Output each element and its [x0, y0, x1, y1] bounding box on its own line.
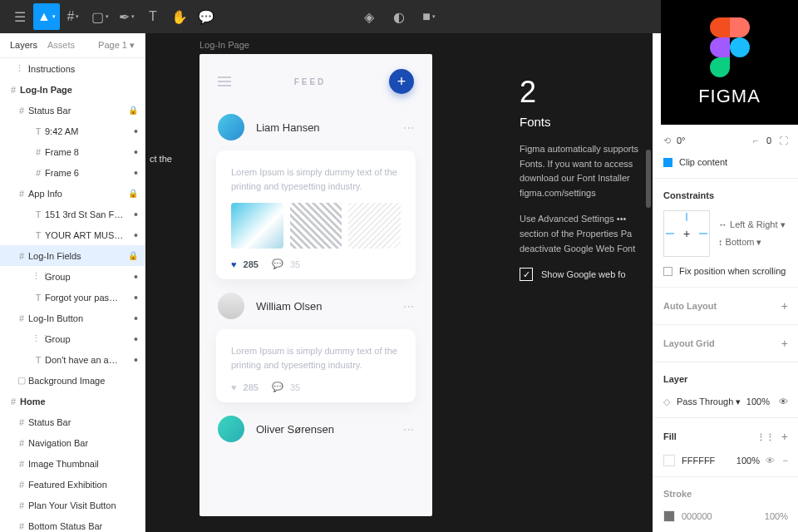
more-icon[interactable]: ⋮: [402, 122, 416, 133]
layer-row[interactable]: #Frame 6•: [0, 162, 145, 183]
constraint-y-select[interactable]: ↕ Bottom ▾: [718, 234, 798, 251]
fill-hex[interactable]: FFFFFF: [682, 456, 715, 466]
clip-content-row[interactable]: Clip content: [653, 151, 798, 173]
visibility-dot[interactable]: •: [134, 146, 138, 158]
expand-icon[interactable]: ⛶: [771, 135, 788, 145]
lock-icon[interactable]: 🔒: [128, 106, 138, 115]
layer-row[interactable]: #Status Bar🔒: [0, 100, 145, 121]
visibility-dot[interactable]: •: [134, 271, 138, 283]
layer-row[interactable]: #Home: [0, 391, 145, 411]
layer-row[interactable]: #Status Bar: [0, 411, 145, 432]
layer-row[interactable]: #Navigation Bar: [0, 432, 145, 453]
thumbnail[interactable]: [231, 203, 283, 249]
lock-icon[interactable]: 🔒: [128, 189, 138, 198]
stroke-hex[interactable]: 000000: [682, 511, 712, 521]
clip-content-label: Clip content: [679, 157, 727, 167]
fix-position-row[interactable]: Fix position when scrolling: [653, 260, 798, 282]
visibility-dot[interactable]: •: [134, 229, 138, 241]
visibility-dot[interactable]: •: [134, 167, 138, 179]
text-tool[interactable]: T: [140, 3, 166, 30]
post-author-row[interactable]: Oliver Sørensen ⋮: [200, 407, 432, 451]
layer-row[interactable]: ⋮⋮Group•: [0, 266, 145, 287]
layout-grid-header[interactable]: Layout Grid+: [653, 330, 798, 357]
style-icon[interactable]: ⋮⋮: [756, 432, 775, 442]
opacity-value[interactable]: 100%: [746, 397, 770, 406]
component-icon[interactable]: ◈: [356, 3, 382, 30]
thumbnail[interactable]: [290, 203, 342, 249]
eye-icon[interactable]: 👁: [770, 397, 788, 406]
feed-card[interactable]: Lorem Ipsum is simply dummy text of the …: [216, 150, 416, 279]
frame-label[interactable]: Log-In Page: [200, 40, 249, 50]
more-icon[interactable]: ⋮: [402, 424, 416, 435]
visibility-dot[interactable]: •: [134, 126, 138, 137]
eye-icon[interactable]: 👁: [760, 456, 775, 466]
feed-card[interactable]: Lorem Ipsum is simply dummy text of the …: [216, 329, 416, 402]
scrollbar[interactable]: [646, 150, 651, 208]
layer-row[interactable]: #Frame 8•: [0, 141, 145, 162]
menu-icon[interactable]: ☰: [7, 3, 33, 30]
shape-tool[interactable]: ▢▾: [86, 3, 113, 30]
assets-tab[interactable]: Assets: [47, 40, 75, 51]
phone-frame[interactable]: FEED + Liam Hansen ⋮ Lorem Ipsum is simp…: [200, 54, 432, 516]
layer-row[interactable]: #Log-In Fields🔒: [0, 245, 145, 266]
comment-icon[interactable]: 💬: [272, 259, 283, 269]
visibility-dot[interactable]: •: [134, 209, 138, 220]
visibility-dot[interactable]: •: [134, 313, 138, 324]
constraint-x-select[interactable]: ↔ Left & Right ▾: [718, 216, 798, 234]
auto-layout-header[interactable]: Auto Layout+: [653, 293, 798, 319]
visibility-dot[interactable]: •: [134, 354, 138, 366]
layer-type-icon: ⋮⋮: [15, 63, 28, 74]
frame-tool[interactable]: #▾: [60, 3, 86, 30]
pen-tool[interactable]: ✒▾: [113, 3, 140, 30]
move-tool[interactable]: ▲▾: [33, 3, 60, 30]
post-author-row[interactable]: Liam Hansen ⋮: [200, 106, 432, 149]
layer-row[interactable]: TForgot your pas…•: [0, 287, 145, 308]
hamburger-icon[interactable]: [218, 76, 231, 86]
comment-icon[interactable]: 💬: [272, 382, 283, 392]
layer-row[interactable]: T9:42 AM•: [0, 121, 145, 141]
stroke-header: Stroke: [653, 482, 798, 505]
canvas[interactable]: Log-In Page ct the FEED + Liam Hansen ⋮ …: [145, 33, 653, 532]
mask-icon[interactable]: ◐: [386, 3, 412, 30]
page-selector[interactable]: Page 1 ▾: [98, 40, 135, 51]
layer-row[interactable]: #Featured Exhibition: [0, 474, 145, 495]
layer-row[interactable]: ⋮⋮Group•: [0, 328, 145, 349]
rotation-value[interactable]: 0°: [677, 135, 686, 145]
plus-icon[interactable]: +: [781, 337, 788, 350]
visibility-dot[interactable]: •: [134, 292, 138, 303]
layer-row[interactable]: #Log-In Button•: [0, 308, 145, 328]
layer-row[interactable]: ⋮⋮Instructions: [0, 58, 145, 79]
layer-row[interactable]: #App Info🔒: [0, 183, 145, 204]
fill-opacity[interactable]: 100%: [736, 456, 760, 466]
constraints-widget[interactable]: +: [663, 210, 710, 257]
visibility-dot[interactable]: •: [134, 333, 138, 345]
add-button[interactable]: +: [389, 69, 414, 94]
heart-icon[interactable]: ♥: [231, 382, 237, 392]
stroke-swatch[interactable]: [663, 510, 675, 522]
layer-row[interactable]: #Plan Your Visit Button: [0, 495, 145, 515]
heart-icon[interactable]: ♥: [231, 259, 237, 269]
layer-row[interactable]: #Log-In Page: [0, 79, 145, 100]
layer-row[interactable]: T151 3rd St San F…•: [0, 204, 145, 224]
layer-name: Frame 6: [45, 168, 131, 178]
hand-tool[interactable]: ✋: [166, 3, 193, 30]
layer-row[interactable]: TYOUR ART MUS…•: [0, 224, 145, 245]
plus-icon[interactable]: +: [781, 299, 788, 313]
google-fonts-checkbox[interactable]: ✓ Show Google web fo: [520, 268, 653, 281]
layer-row[interactable]: #Bottom Status Bar: [0, 515, 145, 532]
plus-icon[interactable]: +: [781, 430, 788, 443]
fill-swatch[interactable]: [663, 455, 675, 466]
boolean-icon[interactable]: ■▾: [416, 3, 442, 30]
post-author-row[interactable]: William Olsen ⋮: [200, 284, 432, 328]
blend-mode-select[interactable]: Pass Through ▾: [677, 397, 741, 407]
thumbnail[interactable]: [348, 203, 401, 249]
comment-tool[interactable]: 💬: [193, 3, 219, 30]
stroke-opacity[interactable]: 100%: [765, 511, 788, 521]
more-icon[interactable]: ⋮: [402, 301, 416, 312]
layer-row[interactable]: #Image Thumbnail: [0, 453, 145, 474]
layer-row[interactable]: ▢Background Image: [0, 370, 145, 391]
layer-row[interactable]: TDon't have an a…•: [0, 349, 145, 370]
minus-icon[interactable]: −: [775, 456, 788, 466]
layers-tab[interactable]: Layers: [10, 40, 37, 51]
lock-icon[interactable]: 🔒: [128, 251, 138, 260]
